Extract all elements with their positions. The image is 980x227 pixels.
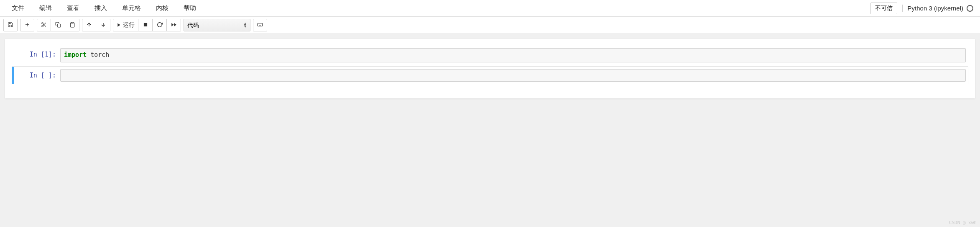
menu-view[interactable]: 查看 <box>59 0 87 16</box>
cell-prompt: In [ ]: <box>14 69 60 82</box>
svg-point-3 <box>42 25 43 27</box>
move-down-button[interactable] <box>96 19 110 31</box>
menu-kernel[interactable]: 内核 <box>148 0 176 16</box>
svg-rect-15 <box>258 23 263 26</box>
run-label: 运行 <box>123 21 135 29</box>
svg-rect-7 <box>57 24 61 27</box>
svg-marker-13 <box>174 23 176 26</box>
cell-type-select[interactable]: 代码 <box>184 19 250 31</box>
restart-run-all-button[interactable] <box>167 19 181 31</box>
code-keyword: import <box>64 51 87 59</box>
toolbar: 运行 代码 ▲▼ <box>0 17 980 34</box>
svg-line-5 <box>44 25 46 26</box>
copy-button[interactable] <box>51 19 65 31</box>
svg-marker-14 <box>171 23 174 26</box>
kernel-name-label: Python 3 (ipykernel) <box>908 5 963 12</box>
add-cell-button[interactable] <box>20 19 34 31</box>
save-icon <box>8 22 13 29</box>
menu-file[interactable]: 文件 <box>4 0 32 16</box>
svg-rect-12 <box>143 23 147 26</box>
notebook-container: In [1]: import torch In [ ]: <box>5 39 975 98</box>
paste-icon <box>69 22 75 29</box>
move-up-button[interactable] <box>82 19 96 31</box>
cut-button[interactable] <box>37 19 51 31</box>
menu-cell[interactable]: 单元格 <box>115 0 148 16</box>
header-right: 不可信 Python 3 (ipykernel) <box>870 3 976 14</box>
svg-marker-11 <box>117 23 120 26</box>
cell-input[interactable]: import torch <box>60 48 966 62</box>
copy-icon <box>55 22 61 29</box>
header-bar: 文件 编辑 查看 插入 单元格 内核 帮助 不可信 Python 3 (ipyk… <box>0 0 980 17</box>
save-button[interactable] <box>3 19 18 31</box>
code-cell[interactable]: In [1]: import torch <box>12 46 968 65</box>
svg-rect-8 <box>71 22 73 23</box>
paste-button[interactable] <box>65 19 79 31</box>
trusted-button[interactable]: 不可信 <box>870 3 897 14</box>
fast-forward-icon <box>171 22 177 29</box>
plus-icon <box>24 22 30 29</box>
menu-edit[interactable]: 编辑 <box>32 0 59 16</box>
kernel-name[interactable]: Python 3 (ipykernel) <box>902 5 973 12</box>
command-palette-button[interactable] <box>253 19 267 31</box>
code-text: torch <box>87 51 109 59</box>
keyboard-icon <box>257 22 263 29</box>
menubar: 文件 编辑 查看 插入 单元格 内核 帮助 <box>4 0 204 16</box>
run-button[interactable]: 运行 <box>113 19 138 31</box>
play-icon <box>117 22 121 28</box>
menu-insert[interactable]: 插入 <box>87 0 115 16</box>
arrow-up-icon <box>86 22 92 29</box>
arrow-down-icon <box>100 22 106 29</box>
menu-help[interactable]: 帮助 <box>176 0 204 16</box>
stop-icon <box>143 22 148 29</box>
kernel-status-icon <box>967 5 973 12</box>
code-cell[interactable]: In [ ]: <box>12 67 968 84</box>
cut-icon <box>41 22 47 29</box>
svg-point-2 <box>42 22 43 24</box>
svg-line-6 <box>43 23 44 24</box>
restart-icon <box>157 22 163 29</box>
restart-button[interactable] <box>153 19 167 31</box>
cell-prompt: In [1]: <box>14 48 60 62</box>
cell-input[interactable] <box>60 69 966 82</box>
interrupt-button[interactable] <box>138 19 153 31</box>
